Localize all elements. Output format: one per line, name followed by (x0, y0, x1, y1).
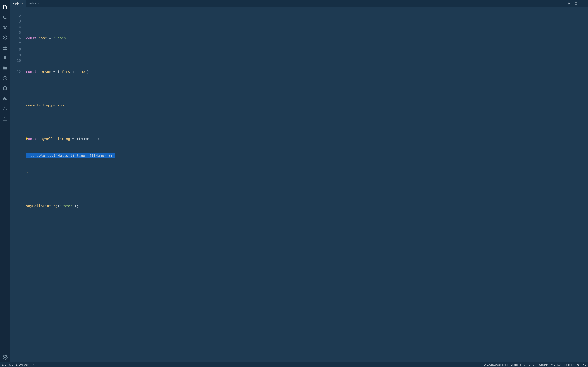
bookmark-icon[interactable] (0, 53, 10, 63)
svg-rect-6 (5, 46, 7, 48)
activity-bar (0, 0, 10, 362)
status-eol[interactable]: LF (532, 364, 535, 366)
status-feedback-icon[interactable] (577, 364, 579, 366)
svg-point-0 (3, 16, 6, 18)
share-icon[interactable] (0, 103, 10, 114)
debug-icon[interactable] (0, 33, 10, 43)
run-icon[interactable] (566, 0, 572, 7)
github-icon[interactable] (0, 83, 10, 93)
source-control-icon[interactable] (0, 22, 10, 33)
status-bar: 0 0 Live Share Ln 9, Col 1 (42 selected)… (0, 362, 588, 367)
folder-icon[interactable] (0, 63, 10, 73)
svg-point-20 (578, 364, 579, 365)
svg-point-11 (5, 357, 6, 358)
svg-point-14 (583, 3, 583, 4)
svg-point-13 (582, 3, 582, 4)
tab-label: app.js (13, 2, 19, 5)
svg-rect-7 (3, 48, 5, 50)
svg-rect-5 (3, 46, 5, 48)
editor-ruler (206, 7, 206, 362)
tab-app-js[interactable]: app.js × (10, 0, 26, 7)
split-editor-icon[interactable] (573, 0, 579, 7)
code-content[interactable]: const name = 'James'; const person = { f… (26, 7, 588, 362)
explorer-icon[interactable] (0, 2, 10, 12)
code-editor[interactable]: 1 2 3 4 5 6 7 8 9 10 11 12 const name = … (10, 7, 588, 362)
svg-point-18 (577, 364, 579, 366)
status-language[interactable]: JavaScript (537, 364, 548, 366)
more-icon[interactable] (580, 0, 586, 7)
tab-bar: app.js × .eslintrc.json (10, 0, 588, 7)
status-notifications[interactable]: 1 (582, 364, 586, 366)
svg-point-2 (6, 26, 7, 27)
status-live-share[interactable]: Live Share (15, 364, 29, 366)
svg-point-3 (5, 28, 6, 29)
lightbulb-icon[interactable] (26, 137, 28, 140)
svg-point-15 (584, 3, 584, 4)
tab-eslintrc[interactable]: .eslintrc.json (26, 0, 45, 7)
status-spaces[interactable]: Spaces: 4 (511, 364, 521, 366)
svg-point-17 (551, 364, 552, 365)
status-errors[interactable]: 0 (2, 364, 6, 366)
close-icon[interactable]: × (21, 2, 24, 5)
status-cursor[interactable]: Ln 9, Col 1 (42 selected) (484, 364, 509, 366)
azure-icon[interactable] (0, 93, 10, 103)
status-bolt-icon[interactable] (32, 364, 35, 366)
extensions-icon[interactable] (0, 43, 10, 53)
settings-icon[interactable] (0, 352, 10, 362)
svg-rect-10 (3, 117, 7, 120)
line-gutter: 1 2 3 4 5 6 7 8 9 10 11 12 (10, 7, 26, 362)
status-warnings[interactable]: 0 (9, 364, 13, 366)
svg-rect-8 (5, 48, 7, 50)
svg-point-1 (3, 26, 4, 27)
search-icon[interactable] (0, 12, 10, 22)
status-go-live[interactable]: Go Live (551, 364, 562, 366)
tab-label: .eslintrc.json (29, 2, 42, 5)
status-encoding[interactable]: UTF-8 (523, 364, 530, 366)
gitlens-icon[interactable] (0, 73, 10, 83)
browser-icon[interactable] (0, 114, 10, 124)
status-prettier[interactable]: Prettier: ✓ (564, 364, 575, 366)
